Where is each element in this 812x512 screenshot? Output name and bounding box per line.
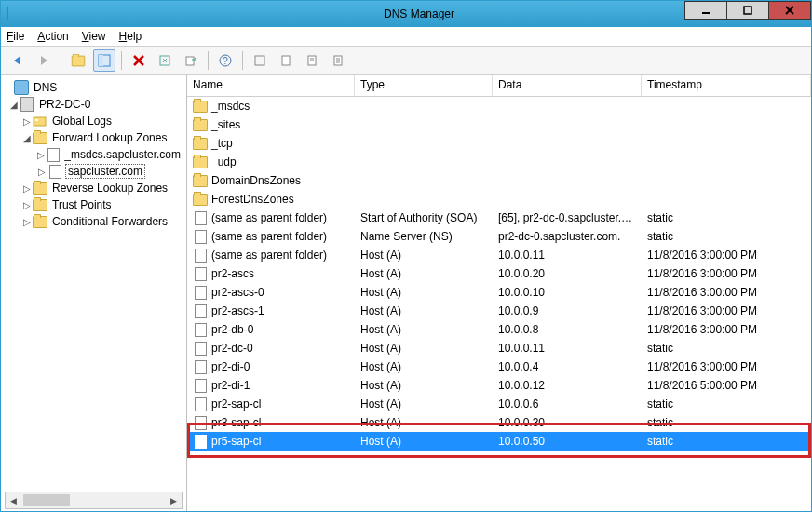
- col-data[interactable]: Data: [493, 75, 642, 96]
- col-type[interactable]: Type: [355, 75, 493, 96]
- item-timestamp: 11/8/2016 3:00:00 PM: [642, 304, 811, 317]
- item-type: Host (A): [355, 267, 493, 280]
- item-data: 10.0.0.6: [493, 397, 642, 411]
- tree-item-label: Forward Lookup Zones: [50, 131, 169, 144]
- item-name: pr2-ascs-1: [211, 304, 264, 317]
- new-zone-button[interactable]: [301, 49, 323, 72]
- record-icon: [193, 285, 208, 300]
- item-name: _sites: [211, 118, 240, 131]
- up-folder-button[interactable]: [67, 49, 89, 72]
- refresh-button[interactable]: [154, 49, 176, 72]
- scroll-thumb[interactable]: [23, 494, 70, 506]
- item-name: (same as parent folder): [211, 211, 327, 224]
- tree-global-logs[interactable]: ▷ Global Logs: [1, 113, 186, 129]
- back-button[interactable]: [7, 49, 29, 72]
- item-type: Host (A): [355, 323, 493, 336]
- tree-reverse-zones[interactable]: ▷ Reverse Lookup Zones: [1, 180, 186, 196]
- list-item[interactable]: _sites: [187, 115, 811, 134]
- item-data: 10.0.0.20: [493, 267, 642, 280]
- maximize-button[interactable]: [726, 1, 769, 20]
- delete-button[interactable]: [128, 49, 150, 72]
- tree-hscrollbar[interactable]: ◀ ▶: [5, 492, 183, 509]
- record-icon: [193, 378, 208, 393]
- window-frame: DNS Manager File Action View Help ?: [0, 0, 812, 512]
- properties-button[interactable]: [327, 49, 349, 72]
- separator: [121, 51, 122, 70]
- record-icon: [193, 322, 208, 337]
- svg-rect-1: [744, 7, 751, 14]
- list-item[interactable]: _msdcs: [187, 97, 811, 115]
- menu-view[interactable]: View: [82, 30, 106, 43]
- list-rows[interactable]: _msdcs_sites_tcp_udpDomainDnsZonesForest…: [187, 97, 811, 511]
- svg-rect-22: [35, 119, 38, 121]
- list-item[interactable]: _tcp: [187, 134, 811, 153]
- item-name: pr2-di-0: [211, 360, 250, 373]
- list-item[interactable]: pr2-sap-clHost (A)10.0.0.6static: [187, 395, 811, 413]
- item-timestamp: 11/8/2016 3:00:00 PM: [642, 286, 811, 299]
- scroll-left-icon[interactable]: ◀: [6, 492, 21, 508]
- tree-zone-sapcluster[interactable]: ▷ sapcluster.com: [1, 163, 186, 180]
- list-item[interactable]: (same as parent folder)Name Server (NS)p…: [187, 227, 811, 246]
- menu-action[interactable]: Action: [37, 30, 68, 43]
- server-icon: [20, 97, 34, 112]
- list-item[interactable]: DomainDnsZones: [187, 171, 811, 190]
- svg-rect-12: [255, 56, 264, 65]
- close-button[interactable]: [768, 1, 811, 20]
- list-item[interactable]: (same as parent folder)Host (A)10.0.0.11…: [187, 246, 811, 264]
- titlebar[interactable]: DNS Manager: [1, 1, 811, 27]
- list-item[interactable]: pr3-sap-clHost (A)10.0.0.30static: [187, 413, 811, 432]
- list-item[interactable]: pr5-sap-clHost (A)10.0.0.50static: [187, 432, 811, 451]
- item-data: 10.0.0.8: [493, 323, 642, 336]
- list-item[interactable]: pr2-ascsHost (A)10.0.0.2011/8/2016 3:00:…: [187, 264, 811, 283]
- list-item[interactable]: pr2-di-0Host (A)10.0.0.411/8/2016 3:00:0…: [187, 357, 811, 376]
- col-name[interactable]: Name: [187, 75, 355, 96]
- app-icon: [7, 7, 21, 21]
- list-item[interactable]: pr2-ascs-0Host (A)10.0.0.1011/8/2016 3:0…: [187, 283, 811, 302]
- item-type: Host (A): [355, 416, 493, 429]
- item-name: pr2-ascs: [211, 267, 254, 280]
- tree-zone-msdcs[interactable]: ▷ _msdcs.sapcluster.com: [1, 146, 186, 163]
- folder-icon: [193, 155, 208, 169]
- separator: [242, 51, 243, 70]
- item-name: ForestDnsZones: [211, 193, 294, 206]
- item-type: Host (A): [355, 435, 493, 448]
- list-item[interactable]: pr2-dc-0Host (A)10.0.0.11static: [187, 339, 811, 357]
- forward-button[interactable]: [33, 49, 55, 72]
- zone-icon: [47, 164, 62, 179]
- help-button[interactable]: ?: [214, 49, 237, 72]
- tree-forward-zones[interactable]: ◢ Forward Lookup Zones: [1, 129, 186, 146]
- item-name: pr2-di-1: [211, 379, 250, 392]
- list-item[interactable]: pr2-db-0Host (A)10.0.0.811/8/2016 3:00:0…: [187, 320, 811, 339]
- new-window-button[interactable]: [249, 49, 271, 72]
- scroll-right-icon[interactable]: ▶: [166, 492, 182, 508]
- tree-item-label: _msdcs.sapcluster.com: [62, 148, 183, 161]
- tree-item-label: Trust Points: [50, 198, 114, 211]
- tree-server[interactable]: ◢ PR2-DC-0: [1, 96, 186, 113]
- tree-conditional-forwarders[interactable]: ▷ Conditional Forwarders: [1, 213, 186, 230]
- tree-panel[interactable]: DNS ◢ PR2-DC-0 ▷ Global Logs ◢ Forward L…: [1, 75, 187, 511]
- item-type: Host (A): [355, 304, 493, 317]
- new-record-button[interactable]: [275, 49, 297, 72]
- list-item[interactable]: ForestDnsZones: [187, 190, 811, 209]
- col-timestamp[interactable]: Timestamp: [642, 75, 811, 96]
- item-name: _msdcs: [211, 100, 250, 113]
- list-item[interactable]: (same as parent folder)Start of Authorit…: [187, 209, 811, 227]
- list-item[interactable]: pr2-di-1Host (A)10.0.0.1211/8/2016 5:00:…: [187, 376, 811, 395]
- list-item[interactable]: pr2-ascs-1Host (A)10.0.0.911/8/2016 3:00…: [187, 302, 811, 320]
- item-name: pr3-sap-cl: [211, 416, 261, 429]
- show-tree-button[interactable]: [93, 49, 115, 72]
- menu-help[interactable]: Help: [119, 30, 142, 43]
- tree-trust-points[interactable]: ▷ Trust Points: [1, 196, 186, 213]
- tree-root[interactable]: DNS: [1, 79, 186, 96]
- list-item[interactable]: _udp: [187, 153, 811, 171]
- tree-item-label: Conditional Forwarders: [50, 215, 169, 228]
- item-timestamp: 11/8/2016 3:00:00 PM: [642, 360, 811, 373]
- item-timestamp: 11/8/2016 5:00:00 PM: [642, 379, 811, 392]
- item-name: (same as parent folder): [211, 249, 327, 262]
- item-timestamp: static: [642, 211, 811, 224]
- export-button[interactable]: [180, 49, 202, 72]
- minimize-button[interactable]: [684, 1, 727, 20]
- record-icon: [193, 434, 208, 449]
- menu-file[interactable]: File: [7, 30, 24, 43]
- folder-icon: [193, 173, 208, 188]
